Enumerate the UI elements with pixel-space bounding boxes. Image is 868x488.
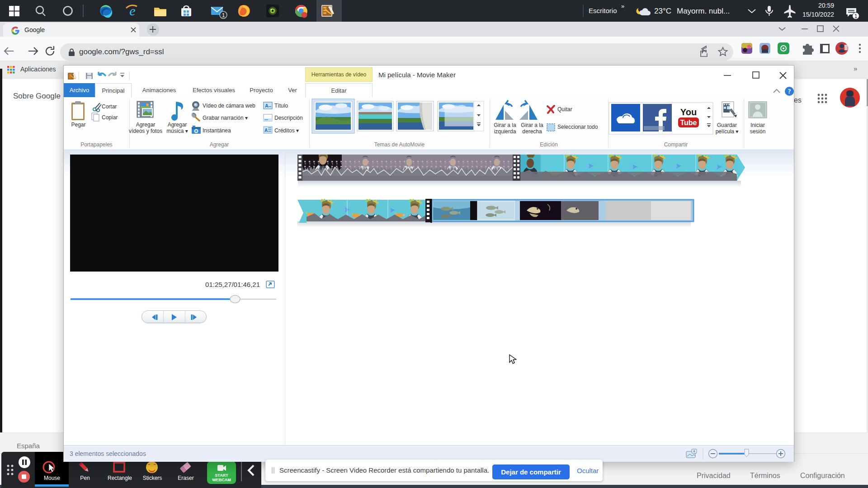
svg-text:?: ? bbox=[788, 88, 791, 95]
svg-text:A: A bbox=[264, 128, 268, 133]
svg-text:Escritorio: Escritorio bbox=[589, 7, 617, 14]
svg-text:Tube: Tube bbox=[680, 119, 697, 127]
svg-text:You: You bbox=[680, 107, 697, 117]
svg-text:A: A bbox=[265, 103, 269, 108]
svg-text:1: 1 bbox=[222, 12, 225, 19]
svg-text:15/10/2022: 15/10/2022 bbox=[802, 11, 834, 18]
svg-text:Mayorm. nubl...: Mayorm. nubl... bbox=[677, 7, 730, 15]
svg-text:1: 1 bbox=[854, 13, 858, 19]
svg-text:23°C: 23°C bbox=[654, 7, 671, 15]
svg-text:20:59: 20:59 bbox=[818, 2, 834, 9]
svg-text:»: » bbox=[621, 3, 624, 9]
